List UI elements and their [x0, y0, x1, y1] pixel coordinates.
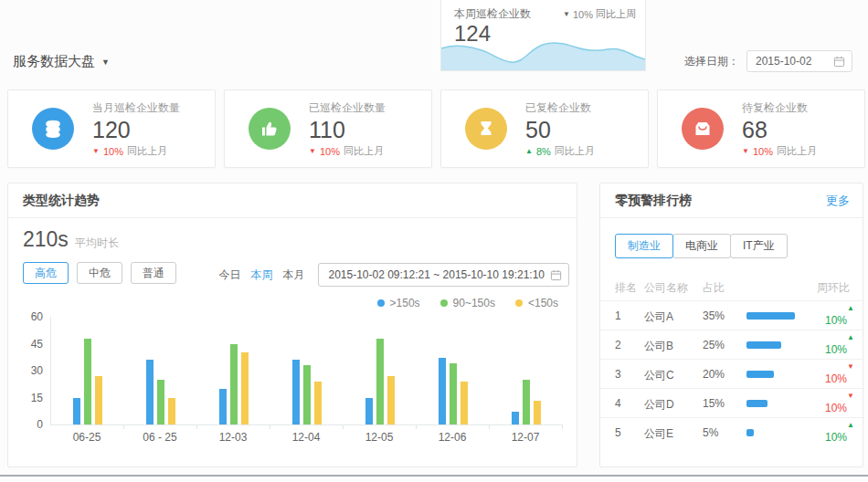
ranking-panel-title: 零预警排行榜	[600, 183, 863, 218]
legend-item[interactable]: <150s	[515, 297, 558, 309]
bar-series-<150s[interactable]	[387, 376, 395, 424]
calendar-icon	[550, 269, 562, 281]
rank-value: 4	[615, 397, 621, 410]
thumb-up-icon	[249, 108, 291, 150]
company-name: 公司B	[644, 339, 673, 354]
ranking-row: 5公司E5%▲10%	[600, 417, 863, 446]
share-bar	[746, 312, 795, 320]
chevron-down-icon: ▼	[101, 58, 110, 67]
bar-series->150s[interactable]	[292, 360, 300, 424]
period-this-month[interactable]: 本月	[282, 267, 304, 283]
wow-value: 10%	[825, 431, 847, 444]
bar-series-90~150s[interactable]	[157, 380, 164, 424]
legend-item[interactable]: >150s	[377, 297, 420, 309]
compare-label: 同比上月	[555, 144, 595, 158]
filter-medium-risk[interactable]: 中危	[77, 262, 122, 284]
bar-series-<150s[interactable]	[241, 352, 249, 424]
bar-series-<150s[interactable]	[534, 401, 541, 424]
y-tick-label: 45	[8, 338, 43, 351]
bar-series->150s[interactable]	[512, 412, 519, 424]
bar-series-<150s[interactable]	[314, 382, 322, 424]
tab-manufacturing[interactable]: 制造业	[615, 234, 673, 258]
y-tick-label: 30	[8, 364, 43, 377]
bar-series->150s[interactable]	[73, 398, 80, 425]
dashboard-title-dropdown[interactable]: 服务数据大盘 ▼	[13, 53, 110, 70]
share-value: 25%	[703, 339, 725, 351]
date-range-picker[interactable]: 2015-10-02 09:12:21 ~ 2015-10-10 19:21:1…	[318, 263, 569, 287]
stat-label: 待复检企业数	[742, 100, 817, 116]
bar-series->150s[interactable]	[365, 398, 373, 425]
bar-series-90~150s[interactable]	[230, 344, 238, 425]
share-value: 5%	[703, 426, 718, 439]
ranking-panel: 零预警排行榜 更多 制造业 电商业 IT产业 排名 公司名称 占比 周环比 1公…	[599, 183, 863, 467]
bar-group	[490, 317, 563, 424]
average-duration-label: 平均时长	[75, 236, 119, 251]
stat-value: 68	[742, 116, 817, 143]
share-bar	[746, 371, 774, 378]
x-tick-label: 12-06	[416, 431, 489, 444]
date-picker-label: 选择日期：	[684, 54, 739, 69]
stat-value: 120	[92, 116, 180, 143]
wow-value: 10%	[825, 372, 847, 385]
tab-ecommerce[interactable]: 电商业	[672, 234, 731, 258]
chart-legend: >150s 90~150s <150s	[377, 297, 558, 309]
bar-series->150s[interactable]	[439, 358, 446, 424]
bar-series-<150s[interactable]	[460, 382, 468, 424]
period-controls: 今日 本周 本月 2015-10-02 09:12:21 ~ 2015-10-1…	[218, 263, 569, 287]
x-tick-label: 12-07	[489, 431, 562, 444]
bar-series-90~150s[interactable]	[450, 363, 457, 424]
average-duration-value: 210s	[23, 227, 69, 252]
filter-normal[interactable]: 普通	[131, 262, 176, 284]
bar-series->150s[interactable]	[146, 360, 153, 424]
rank-value: 1	[615, 309, 621, 322]
delta-triangle-icon: ▼	[742, 147, 749, 155]
delta-triangle-icon: ▼	[309, 147, 316, 155]
date-input[interactable]	[756, 55, 827, 68]
period-this-week[interactable]: 本周	[250, 267, 272, 283]
stat-label: 已复检企业数	[525, 100, 595, 116]
date-picker[interactable]	[746, 50, 852, 72]
stat-value: 50	[525, 116, 595, 143]
ranking-row: 2公司B25%▲10%	[600, 330, 863, 359]
legend-item[interactable]: 90~150s	[440, 297, 495, 309]
bar-series->150s[interactable]	[219, 389, 227, 424]
bar-group	[124, 317, 197, 424]
ranking-row: 4公司D15%▼10%	[600, 388, 863, 417]
industry-tabs: 制造业 电商业 IT产业	[615, 234, 788, 258]
company-name: 公司C	[644, 368, 674, 383]
legend-dot-icon	[377, 299, 385, 307]
ranking-rows: 1公司A35%▲10%2公司B25%▲10%3公司C20%▼10%4公司D15%…	[600, 300, 863, 446]
compare-label: 同比上月	[344, 144, 384, 158]
stat-card: 待复检企业数 68 ▼ 10% 同比上月	[657, 89, 865, 168]
up-triangle-icon: ▲	[847, 333, 854, 341]
delta-value: 10%	[103, 146, 123, 157]
column-company: 公司名称	[644, 280, 688, 296]
bar-series-90~150s[interactable]	[84, 339, 91, 424]
bar-series-90~150s[interactable]	[303, 365, 311, 424]
company-name: 公司E	[644, 426, 673, 442]
bar-series-<150s[interactable]	[95, 376, 102, 424]
weekly-card-delta: ▼ 10% 同比上周	[563, 7, 636, 21]
bar-group	[417, 317, 490, 424]
stat-card: 已巡检企业数量 110 ▼ 10% 同比上月	[224, 89, 432, 168]
company-name: 公司D	[644, 397, 674, 413]
bar-series-90~150s[interactable]	[523, 380, 530, 424]
bar-series-<150s[interactable]	[168, 398, 175, 425]
wow-cell: ▼10%	[813, 389, 857, 417]
wow-cell: ▲10%	[813, 418, 857, 446]
rank-value: 3	[615, 368, 621, 381]
bar-series-90~150s[interactable]	[376, 339, 384, 424]
tab-it[interactable]: IT产业	[730, 234, 788, 258]
filter-high-risk[interactable]: 高危	[23, 262, 69, 284]
share-value: 35%	[703, 309, 725, 322]
share-value: 15%	[703, 397, 725, 410]
delta-value: 10%	[753, 146, 773, 157]
wow-cell: ▲10%	[813, 330, 857, 359]
stat-value: 110	[309, 116, 386, 143]
period-today[interactable]: 今日	[218, 267, 240, 283]
risk-filter-group: 高危 中危 普通	[23, 262, 176, 284]
bar-group	[344, 317, 417, 424]
x-tick-label: 06-25	[50, 431, 123, 444]
calendar-icon	[833, 56, 845, 68]
more-link[interactable]: 更多	[826, 183, 850, 217]
